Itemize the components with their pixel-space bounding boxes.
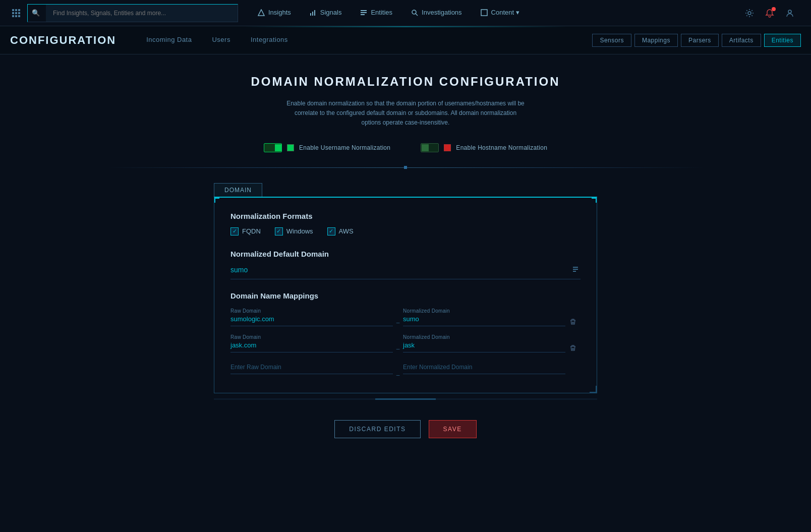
mapping-row-1: Raw Domain jask.com – Normalized Domain … (230, 334, 581, 352)
search-icon: 🔍 (28, 9, 44, 17)
mapping-col-norm-1: Normalized Domain jask (403, 334, 565, 352)
checkbox-aws[interactable]: ✓ AWS (327, 227, 354, 235)
cb-fqdn-label: FQDN (242, 227, 261, 235)
mapping-raw-label-0: Raw Domain (230, 308, 393, 314)
normalization-formats-label: Normalization Formats (230, 212, 581, 220)
tab-integrations[interactable]: Integrations (241, 26, 298, 54)
notification-icon[interactable] (762, 5, 778, 21)
svg-rect-1 (15, 9, 17, 11)
nav-item-insights[interactable]: Insights (248, 0, 300, 26)
accent-line (0, 26, 811, 27)
toggle-hostname-switch[interactable] (421, 143, 439, 152)
svg-rect-21 (573, 267, 578, 268)
corner-tr (592, 198, 597, 203)
domain-config-title: DOMAIN NORMALIZATION CONFIGURATION (30, 75, 781, 89)
tab-btn-parsers[interactable]: Parsers (681, 34, 719, 47)
toggle-hostname-label: Enable Hostname Normalization (456, 144, 547, 151)
tab-btn-artifacts[interactable]: Artifacts (722, 34, 761, 47)
mapping-row-0: Raw Domain sumologic.com – Normalized Do… (230, 308, 581, 326)
svg-rect-0 (12, 9, 14, 11)
scroll-indicator (214, 398, 597, 400)
mapping-col-raw-0: Raw Domain sumologic.com (230, 308, 393, 326)
mapping-delete-1[interactable] (565, 334, 581, 351)
toggle-hostname[interactable]: Enable Hostname Normalization (421, 143, 547, 152)
tab-btn-sensors[interactable]: Sensors (592, 34, 631, 47)
triangle-icon (257, 9, 265, 17)
tab-btn-mappings[interactable]: Mappings (634, 34, 678, 47)
signals-icon (309, 9, 317, 17)
mapping-delete-0[interactable] (565, 308, 581, 325)
top-nav: 🔍 Insights Signals Entities Investiga (0, 0, 811, 26)
checkbox-windows[interactable]: ✓ Windows (275, 227, 313, 235)
svg-marker-9 (258, 10, 264, 16)
page-title: CONFIGURATION (10, 34, 116, 47)
mapping-norm-value-0: sumo (403, 315, 565, 326)
nav-item-signals[interactable]: Signals (300, 0, 351, 26)
new-mapping-row: – (230, 361, 581, 379)
default-domain-label: Normalized Default Domain (230, 250, 581, 258)
cb-aws-label: AWS (339, 227, 354, 235)
nav-item-content[interactable]: Content ▾ (471, 0, 529, 26)
svg-rect-2 (18, 9, 20, 11)
mapping-col-norm-0: Normalized Domain sumo (403, 308, 565, 326)
investigations-icon (411, 9, 419, 17)
edit-icon[interactable] (572, 265, 581, 275)
new-normalized-domain-input[interactable] (403, 361, 565, 374)
tab-users[interactable]: Users (202, 26, 240, 54)
user-icon[interactable] (782, 5, 798, 21)
save-button[interactable]: SAVE (429, 420, 477, 438)
svg-rect-3 (12, 12, 14, 14)
mapping-raw-value-0: sumologic.com (230, 315, 393, 326)
svg-rect-23 (573, 271, 576, 272)
svg-rect-18 (481, 10, 487, 16)
mapping-norm-label-1: Normalized Domain (403, 334, 565, 340)
mapping-raw-value-1: jask.com (230, 341, 393, 352)
svg-line-17 (416, 14, 418, 16)
discard-button[interactable]: DISCARD EDITS (334, 420, 420, 438)
settings-icon[interactable] (741, 5, 758, 21)
new-mapping-sep: – (393, 361, 403, 379)
mapping-norm-value-1: jask (403, 341, 565, 352)
nav-right (741, 5, 806, 21)
search-wrapper: 🔍 (27, 4, 238, 22)
svg-point-16 (412, 10, 416, 14)
domain-panel: DOMAIN Normalization Formats ✓ FQDN ✓ Wi… (214, 183, 597, 393)
main-content: DOMAIN NORMALIZATION CONFIGURATION Enabl… (0, 54, 811, 474)
toggles-row: Enable Username Normalization Enable Hos… (30, 143, 781, 152)
nav-item-entities[interactable]: Entities (351, 0, 401, 26)
toggle-username-switch[interactable] (264, 143, 282, 152)
tab-btn-entities[interactable]: Entities (764, 34, 801, 47)
svg-rect-4 (15, 12, 17, 14)
cb-windows-box[interactable]: ✓ (275, 227, 283, 235)
svg-rect-5 (18, 12, 20, 14)
new-mapping-col-raw (230, 361, 393, 374)
corner-tl (214, 198, 219, 203)
mapping-raw-label-1: Raw Domain (230, 334, 393, 340)
svg-rect-11 (312, 12, 313, 16)
tab-buttons: Sensors Mappings Parsers Artifacts Entit… (592, 34, 801, 47)
domain-tab-label[interactable]: DOMAIN (214, 183, 262, 197)
toggle-hostname-color (444, 144, 451, 151)
entities-icon (360, 9, 368, 17)
tab-incoming-data[interactable]: Incoming Data (136, 26, 202, 54)
mappings-title: Domain Name Mappings (230, 291, 581, 300)
checkbox-fqdn[interactable]: ✓ FQDN (230, 227, 261, 235)
cb-aws-box[interactable]: ✓ (327, 227, 335, 235)
secondary-nav: CONFIGURATION Incoming Data Users Integr… (0, 26, 811, 54)
cb-fqdn-box[interactable]: ✓ (230, 227, 239, 235)
toggle-username[interactable]: Enable Username Normalization (264, 143, 390, 152)
new-raw-domain-input[interactable] (230, 361, 393, 374)
notification-badge (772, 7, 776, 11)
svg-rect-13 (361, 10, 367, 11)
default-domain-value: sumo (230, 266, 572, 274)
default-domain-row: sumo (230, 265, 581, 279)
content-icon (480, 9, 488, 17)
svg-rect-10 (310, 13, 311, 16)
mapping-norm-label-0: Normalized Domain (403, 308, 565, 314)
grid-icon[interactable] (5, 2, 27, 24)
search-input[interactable] (46, 5, 238, 22)
sub-nav-tabs: Incoming Data Users Integrations (136, 26, 298, 54)
domain-content: Normalization Formats ✓ FQDN ✓ Windows ✓… (214, 197, 597, 393)
nav-item-investigations[interactable]: Investigations (401, 0, 471, 26)
mapping-sep-1: – (393, 334, 403, 352)
